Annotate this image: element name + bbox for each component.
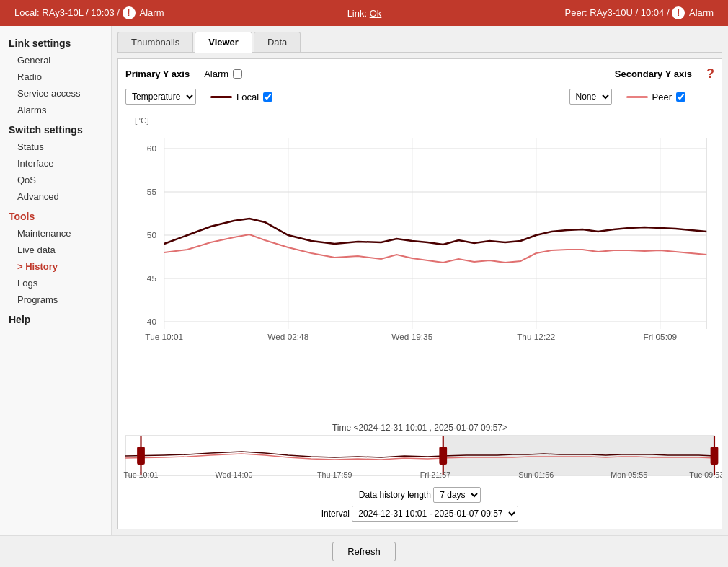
sidebar-item-alarms[interactable]: Alarms xyxy=(0,102,111,118)
interval-label: Interval xyxy=(321,509,350,519)
data-history-label: Data history length xyxy=(359,490,431,500)
sidebar-item-interface[interactable]: Interface xyxy=(0,155,111,172)
link-status: Link: Ok xyxy=(347,8,382,19)
local-group: Local xyxy=(210,92,272,102)
primary-y-axis-label: Primary Y axis xyxy=(125,69,190,79)
sidebar-item-service-access[interactable]: Service access xyxy=(0,85,111,102)
svg-rect-28 xyxy=(137,447,145,465)
local-alarm-link[interactable]: Alarm xyxy=(140,7,164,18)
svg-text:Tue 10:01: Tue 10:01 xyxy=(145,333,183,341)
peer-alarm-icon: ! xyxy=(672,6,685,19)
tab-data[interactable]: Data xyxy=(254,32,301,52)
alarm-group: Alarm xyxy=(204,69,242,79)
secondary-dropdown[interactable]: None xyxy=(569,89,612,105)
viewer-panel: Primary Y axis Alarm Secondary Y axis ? … xyxy=(117,58,722,529)
switch-settings-header: Switch settings xyxy=(0,118,111,139)
svg-text:40: 40 xyxy=(147,317,156,326)
svg-text:Fri 05:09: Fri 05:09 xyxy=(643,333,677,341)
sidebar-item-qos[interactable]: QoS xyxy=(0,172,111,188)
svg-rect-26 xyxy=(711,447,719,465)
svg-text:60: 60 xyxy=(147,144,156,153)
sidebar-item-radio[interactable]: Radio xyxy=(0,69,111,85)
refresh-button[interactable]: Refresh xyxy=(332,542,396,561)
tools-header: Tools xyxy=(0,205,111,225)
bottom-controls: Data history length 7 days Interval 2024… xyxy=(125,487,714,522)
svg-text:Thu 12:22: Thu 12:22 xyxy=(517,333,555,341)
sidebar-item-maintenance[interactable]: Maintenance xyxy=(0,225,111,242)
svg-text:55: 55 xyxy=(147,188,156,196)
svg-text:Thu 17:59: Thu 17:59 xyxy=(317,471,352,479)
y-unit-label: [°C] xyxy=(135,116,149,125)
svg-text:45: 45 xyxy=(147,274,156,283)
svg-text:Sun 01:56: Sun 01:56 xyxy=(518,471,554,479)
sidebar-item-history[interactable]: History xyxy=(0,258,111,275)
local-alarm-icon: ! xyxy=(123,6,136,19)
interval-row: Interval 2024-12-31 10:01 - 2025-01-07 0… xyxy=(321,506,519,522)
svg-rect-24 xyxy=(439,447,447,465)
svg-text:Wed 19:35: Wed 19:35 xyxy=(391,333,432,341)
status-bar: Local: RAy3-10L / 10:03 / ! Alarm Link: … xyxy=(0,0,728,26)
svg-text:Tue 09:53: Tue 09:53 xyxy=(689,471,722,479)
link-ok-link[interactable]: Ok xyxy=(370,8,382,19)
link-settings-header: Link settings xyxy=(0,32,111,52)
tab-viewer[interactable]: Viewer xyxy=(195,32,252,53)
svg-text:Wed 02:48: Wed 02:48 xyxy=(267,333,308,341)
sidebar: Link settings General Radio Service acce… xyxy=(0,26,112,535)
alarm-checkbox[interactable] xyxy=(233,69,242,79)
svg-text:Fri 21:57: Fri 21:57 xyxy=(420,471,451,479)
sidebar-item-status[interactable]: Status xyxy=(0,139,111,155)
help-header: Help xyxy=(0,308,111,328)
peer-status: Peer: RAy3-10U / 10:04 / ! Alarm xyxy=(565,6,714,19)
sidebar-item-advanced[interactable]: Advanced xyxy=(0,188,111,205)
peer-group: Peer xyxy=(626,92,685,102)
help-icon[interactable]: ? xyxy=(706,66,714,82)
footer: Refresh xyxy=(0,535,728,567)
svg-text:50: 50 xyxy=(147,231,156,239)
mini-chart-section: Time <2024-12-31 10:01 , 2025-01-07 09:5… xyxy=(125,423,714,483)
sidebar-item-programs[interactable]: Programs xyxy=(0,291,111,308)
local-checkbox[interactable] xyxy=(263,92,272,102)
sidebar-item-logs[interactable]: Logs xyxy=(0,275,111,291)
local-label: Local: RAy3-10L / 10:03 / xyxy=(14,7,123,18)
peer-label: Peer: RAy3-10U / 10:04 / xyxy=(565,7,672,18)
svg-text:Tue 10:01: Tue 10:01 xyxy=(124,471,159,479)
main-content: Thumbnails Viewer Data Primary Y axis Al… xyxy=(112,26,728,535)
chart-container: [°C] 60 55 50 45 xyxy=(125,109,714,522)
main-chart: [°C] 60 55 50 45 xyxy=(125,109,714,417)
secondary-y-axis-label: Secondary Y axis xyxy=(615,69,692,79)
local-line xyxy=(164,219,707,245)
mini-chart[interactable]: Tue 10:01 Wed 14:00 Thu 17:59 Fri 21:57 … xyxy=(125,436,714,483)
svg-text:Wed 14:00: Wed 14:00 xyxy=(216,471,253,479)
controls-row: Primary Y axis Alarm Secondary Y axis ? xyxy=(125,66,714,82)
tabs: Thumbnails Viewer Data xyxy=(117,32,722,53)
interval-select[interactable]: 2024-12-31 10:01 - 2025-01-07 09:57 xyxy=(352,506,518,522)
local-label: Local xyxy=(236,92,259,102)
local-status: Local: RAy3-10L / 10:03 / ! Alarm xyxy=(14,6,164,19)
data-history-row: Data history length 7 days xyxy=(359,487,481,503)
peer-label: Peer xyxy=(652,92,672,102)
tab-thumbnails[interactable]: Thumbnails xyxy=(117,32,193,52)
primary-dropdown[interactable]: Temperature xyxy=(125,89,196,105)
link-label: Link: xyxy=(347,8,370,19)
sidebar-item-general[interactable]: General xyxy=(0,52,111,69)
alarm-label: Alarm xyxy=(204,69,228,79)
data-history-select[interactable]: 7 days xyxy=(433,487,481,503)
peer-line xyxy=(164,234,707,263)
peer-checkbox[interactable] xyxy=(676,92,685,102)
svg-text:Mon 05:55: Mon 05:55 xyxy=(611,471,647,479)
time-range-label: Time <2024-12-31 10:01 , 2025-01-07 09:5… xyxy=(125,423,714,433)
peer-alarm-link[interactable]: Alarm xyxy=(689,7,714,18)
sidebar-item-live-data[interactable]: Live data xyxy=(0,242,111,258)
